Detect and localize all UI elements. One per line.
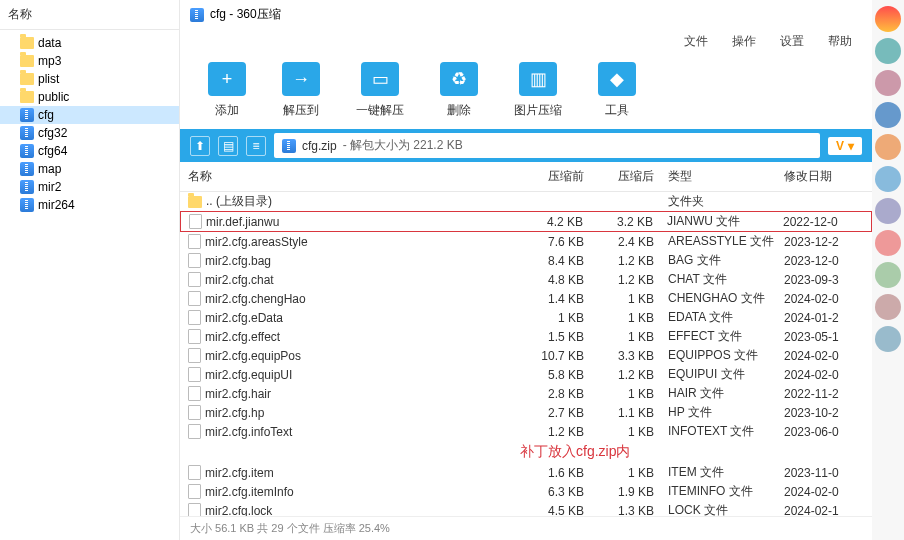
- nav-up-button[interactable]: ⬆: [190, 136, 210, 156]
- file-row[interactable]: .. (上级目录)文件夹: [180, 192, 872, 211]
- col-size-before[interactable]: 压缩前: [504, 168, 584, 185]
- tree-item-public[interactable]: public: [0, 88, 179, 106]
- avatar[interactable]: [875, 6, 901, 32]
- file-row[interactable]: mir2.cfg.chat4.8 KB1.2 KBCHAT 文件2023-09-…: [180, 270, 872, 289]
- tool-工具[interactable]: ◆工具: [598, 62, 636, 119]
- file-icon: [188, 386, 201, 401]
- file-row[interactable]: mir2.cfg.infoText1.2 KB1 KBINFOTEXT 文件20…: [180, 422, 872, 441]
- path-input[interactable]: cfg.zip - 解包大小为 221.2 KB: [274, 133, 820, 158]
- col-name[interactable]: 名称: [188, 168, 504, 185]
- file-row[interactable]: mir2.cfg.hp2.7 KB1.1 KBHP 文件2023-10-2: [180, 403, 872, 422]
- avatar[interactable]: [875, 326, 901, 352]
- file-name: mir2.cfg.infoText: [205, 425, 292, 439]
- menu-bar: 文件操作设置帮助: [180, 29, 872, 54]
- path-bar: ⬆ ▤ ≡ cfg.zip - 解包大小为 221.2 KB V▾: [180, 129, 872, 162]
- window-title: cfg - 360压缩: [210, 6, 281, 23]
- file-name: mir2.cfg.chat: [205, 273, 274, 287]
- file-name: mir2.cfg.eData: [205, 311, 283, 325]
- tree-item-cfg[interactable]: cfg: [0, 106, 179, 124]
- avatar[interactable]: [875, 294, 901, 320]
- zip-icon: [20, 144, 34, 158]
- folder-icon: [20, 73, 34, 85]
- file-name: mir2.cfg.hair: [205, 387, 271, 401]
- tool-解压到[interactable]: →解压到: [282, 62, 320, 119]
- tree-item-label: plist: [38, 72, 59, 86]
- file-name: mir2.cfg.hp: [205, 406, 264, 420]
- file-row[interactable]: mir2.cfg.item1.6 KB1 KBITEM 文件2023-11-0: [180, 463, 872, 482]
- file-name: .. (上级目录): [206, 193, 272, 210]
- folder-icon: [20, 91, 34, 103]
- avatar[interactable]: [875, 134, 901, 160]
- tool-图片压缩[interactable]: ▥图片压缩: [514, 62, 562, 119]
- chevron-down-icon: ▾: [848, 139, 854, 153]
- zip-icon: [20, 162, 34, 176]
- file-icon: [189, 214, 202, 229]
- file-row[interactable]: mir2.cfg.equipUI5.8 KB1.2 KBEQUIPUI 文件20…: [180, 365, 872, 384]
- menu-操作[interactable]: 操作: [732, 33, 756, 50]
- view-list-button[interactable]: ▤: [218, 136, 238, 156]
- file-name: mir2.cfg.itemInfo: [205, 485, 294, 499]
- tree-item-mir2[interactable]: mir2: [0, 178, 179, 196]
- avatar[interactable]: [875, 262, 901, 288]
- file-row[interactable]: mir2.cfg.areasStyle7.6 KB2.4 KBAREASSTYL…: [180, 232, 872, 251]
- vip-badge[interactable]: V▾: [828, 137, 862, 155]
- file-row[interactable]: mir.def.jianwu4.2 KB3.2 KBJIANWU 文件2022-…: [180, 211, 872, 232]
- tree-item-cfg32[interactable]: cfg32: [0, 124, 179, 142]
- tool-icon: ▭: [361, 62, 399, 96]
- avatar[interactable]: [875, 230, 901, 256]
- menu-帮助[interactable]: 帮助: [828, 33, 852, 50]
- tree-item-cfg64[interactable]: cfg64: [0, 142, 179, 160]
- file-name: mir2.cfg.equipUI: [205, 368, 292, 382]
- menu-设置[interactable]: 设置: [780, 33, 804, 50]
- file-row[interactable]: mir2.cfg.eData1 KB1 KBEDATA 文件2024-01-2: [180, 308, 872, 327]
- file-name: mir.def.jianwu: [206, 215, 279, 229]
- col-type[interactable]: 类型: [654, 168, 784, 185]
- tool-label: 添加: [215, 102, 239, 119]
- col-date[interactable]: 修改日期: [784, 168, 864, 185]
- avatar[interactable]: [875, 198, 901, 224]
- tool-label: 解压到: [283, 102, 319, 119]
- tool-label: 删除: [447, 102, 471, 119]
- tree-item-label: map: [38, 162, 61, 176]
- folder-icon: [20, 55, 34, 67]
- tool-添加[interactable]: +添加: [208, 62, 246, 119]
- file-row[interactable]: mir2.cfg.effect1.5 KB1 KBEFFECT 文件2023-0…: [180, 327, 872, 346]
- tool-label: 图片压缩: [514, 102, 562, 119]
- file-row[interactable]: mir2.cfg.bag8.4 KB1.2 KBBAG 文件2023-12-0: [180, 251, 872, 270]
- tool-label: 一键解压: [356, 102, 404, 119]
- tool-一键解压[interactable]: ▭一键解压: [356, 62, 404, 119]
- tree-item-label: public: [38, 90, 69, 104]
- tree-item-mp3[interactable]: mp3: [0, 52, 179, 70]
- view-detail-button[interactable]: ≡: [246, 136, 266, 156]
- file-row[interactable]: mir2.cfg.equipPos10.7 KB3.3 KBEQUIPPOS 文…: [180, 346, 872, 365]
- file-icon: [188, 272, 201, 287]
- file-icon: [188, 465, 201, 480]
- file-row[interactable]: mir2.cfg.lock4.5 KB1.3 KBLOCK 文件2024-02-…: [180, 501, 872, 516]
- tree-item-map[interactable]: map: [0, 160, 179, 178]
- avatar[interactable]: [875, 70, 901, 96]
- file-row[interactable]: mir2.cfg.itemInfo6.3 KB1.9 KBITEMINFO 文件…: [180, 482, 872, 501]
- file-icon: [188, 234, 201, 249]
- file-row[interactable]: mir2.cfg.hair2.8 KB1 KBHAIR 文件2022-11-2: [180, 384, 872, 403]
- tree-item-label: cfg32: [38, 126, 67, 140]
- avatar[interactable]: [875, 166, 901, 192]
- folder-icon: [188, 196, 202, 208]
- avatar[interactable]: [875, 38, 901, 64]
- file-name: mir2.cfg.chengHao: [205, 292, 306, 306]
- file-icon: [188, 405, 201, 420]
- tree-item-plist[interactable]: plist: [0, 70, 179, 88]
- tree-item-data[interactable]: data: [0, 34, 179, 52]
- col-size-after[interactable]: 压缩后: [584, 168, 654, 185]
- file-row[interactable]: mir2.cfg.chengHao1.4 KB1 KBCHENGHAO 文件20…: [180, 289, 872, 308]
- tree-header: 名称: [0, 0, 179, 30]
- zip-icon: [20, 108, 34, 122]
- tool-删除[interactable]: ♻删除: [440, 62, 478, 119]
- avatar[interactable]: [875, 102, 901, 128]
- tool-icon: ♻: [440, 62, 478, 96]
- file-icon: [188, 424, 201, 439]
- file-icon: [188, 253, 201, 268]
- toolbar: +添加→解压到▭一键解压♻删除▥图片压缩◆工具: [180, 54, 872, 129]
- tree-item-mir264[interactable]: mir264: [0, 196, 179, 214]
- titlebar: cfg - 360压缩: [180, 0, 872, 29]
- menu-文件[interactable]: 文件: [684, 33, 708, 50]
